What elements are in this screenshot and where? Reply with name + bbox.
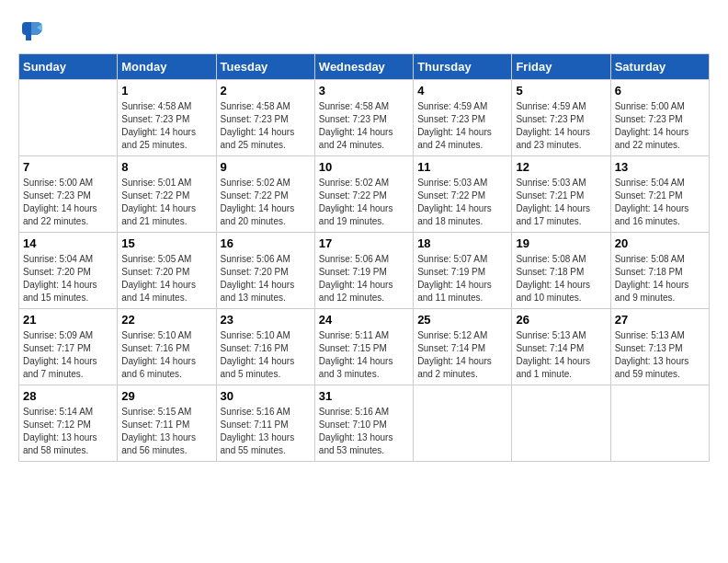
day-number: 4 <box>417 84 507 98</box>
day-info: Sunrise: 5:06 AMSunset: 7:19 PMDaylight:… <box>319 253 409 304</box>
calendar-cell <box>512 385 610 462</box>
day-number: 11 <box>417 160 507 174</box>
day-number: 23 <box>221 313 311 327</box>
day-info: Sunrise: 5:10 AMSunset: 7:16 PMDaylight:… <box>221 329 311 381</box>
day-info: Sunrise: 5:08 AMSunset: 7:18 PMDaylight:… <box>615 253 705 304</box>
day-info: Sunrise: 5:09 AMSunset: 7:17 PMDaylight:… <box>23 329 113 381</box>
calendar-cell: 15Sunrise: 5:05 AMSunset: 7:20 PMDayligh… <box>118 233 216 309</box>
calendar-cell: 25Sunrise: 5:12 AMSunset: 7:14 PMDayligh… <box>414 309 512 385</box>
day-number: 8 <box>121 160 211 174</box>
day-info: Sunrise: 5:08 AMSunset: 7:18 PMDaylight:… <box>516 253 606 304</box>
day-info: Sunrise: 4:58 AMSunset: 7:23 PMDaylight:… <box>121 100 211 152</box>
week-row-4: 21Sunrise: 5:09 AMSunset: 7:17 PMDayligh… <box>19 309 710 385</box>
day-info: Sunrise: 5:00 AMSunset: 7:23 PMDaylight:… <box>615 100 705 152</box>
day-info: Sunrise: 5:06 AMSunset: 7:20 PMDaylight:… <box>221 253 311 304</box>
day-number: 2 <box>221 84 311 98</box>
day-number: 17 <box>319 236 409 250</box>
calendar-cell: 6Sunrise: 5:00 AMSunset: 7:23 PMDaylight… <box>610 80 709 156</box>
day-number: 20 <box>615 236 705 250</box>
day-info: Sunrise: 5:02 AMSunset: 7:22 PMDaylight:… <box>319 177 409 228</box>
day-number: 1 <box>121 84 211 98</box>
day-number: 15 <box>121 236 211 250</box>
day-number: 31 <box>319 389 409 403</box>
calendar-cell: 26Sunrise: 5:13 AMSunset: 7:14 PMDayligh… <box>512 309 610 385</box>
day-number: 30 <box>221 389 311 403</box>
calendar-cell: 21Sunrise: 5:09 AMSunset: 7:17 PMDayligh… <box>19 309 118 385</box>
day-number: 18 <box>417 236 507 250</box>
day-info: Sunrise: 5:12 AMSunset: 7:14 PMDaylight:… <box>417 329 507 381</box>
day-info: Sunrise: 5:00 AMSunset: 7:23 PMDaylight:… <box>23 177 113 228</box>
day-number: 26 <box>516 313 606 327</box>
day-info: Sunrise: 5:16 AMSunset: 7:10 PMDaylight:… <box>319 406 409 457</box>
day-info: Sunrise: 5:14 AMSunset: 7:12 PMDaylight:… <box>23 406 113 457</box>
calendar-cell: 20Sunrise: 5:08 AMSunset: 7:18 PMDayligh… <box>610 233 709 309</box>
week-row-5: 28Sunrise: 5:14 AMSunset: 7:12 PMDayligh… <box>19 385 710 462</box>
day-number: 24 <box>319 313 409 327</box>
day-info: Sunrise: 5:03 AMSunset: 7:21 PMDaylight:… <box>516 177 606 228</box>
weekday-header-saturday: Saturday <box>610 54 709 80</box>
day-info: Sunrise: 4:58 AMSunset: 7:23 PMDaylight:… <box>319 100 409 152</box>
day-info: Sunrise: 4:58 AMSunset: 7:23 PMDaylight:… <box>221 100 311 152</box>
day-info: Sunrise: 5:02 AMSunset: 7:22 PMDaylight:… <box>221 177 311 228</box>
logo <box>18 18 48 44</box>
week-row-1: 1Sunrise: 4:58 AMSunset: 7:23 PMDaylight… <box>19 80 710 156</box>
calendar-cell: 10Sunrise: 5:02 AMSunset: 7:22 PMDayligh… <box>314 156 413 233</box>
day-info: Sunrise: 4:59 AMSunset: 7:23 PMDaylight:… <box>516 100 606 152</box>
day-number: 16 <box>221 236 311 250</box>
day-info: Sunrise: 5:16 AMSunset: 7:11 PMDaylight:… <box>221 406 311 457</box>
day-number: 22 <box>121 313 211 327</box>
day-number: 10 <box>319 160 409 174</box>
day-number: 7 <box>23 160 113 174</box>
day-info: Sunrise: 5:13 AMSunset: 7:13 PMDaylight:… <box>615 329 705 381</box>
calendar-cell: 14Sunrise: 5:04 AMSunset: 7:20 PMDayligh… <box>19 233 118 309</box>
weekday-header-sunday: Sunday <box>19 54 118 80</box>
weekday-header-monday: Monday <box>118 54 216 80</box>
calendar-cell: 5Sunrise: 4:59 AMSunset: 7:23 PMDaylight… <box>512 80 610 156</box>
calendar-cell: 12Sunrise: 5:03 AMSunset: 7:21 PMDayligh… <box>512 156 610 233</box>
calendar-cell: 9Sunrise: 5:02 AMSunset: 7:22 PMDaylight… <box>216 156 314 233</box>
day-number: 21 <box>23 313 113 327</box>
calendar-cell: 3Sunrise: 4:58 AMSunset: 7:23 PMDaylight… <box>314 80 413 156</box>
header <box>18 18 710 44</box>
weekday-header-wednesday: Wednesday <box>314 54 413 80</box>
calendar-cell: 11Sunrise: 5:03 AMSunset: 7:22 PMDayligh… <box>414 156 512 233</box>
calendar-cell: 2Sunrise: 4:58 AMSunset: 7:23 PMDaylight… <box>216 80 314 156</box>
calendar-cell <box>19 80 118 156</box>
week-row-3: 14Sunrise: 5:04 AMSunset: 7:20 PMDayligh… <box>19 233 710 309</box>
day-number: 29 <box>121 389 211 403</box>
day-number: 19 <box>516 236 606 250</box>
calendar-cell: 8Sunrise: 5:01 AMSunset: 7:22 PMDaylight… <box>118 156 216 233</box>
day-number: 28 <box>23 389 113 403</box>
calendar-cell <box>610 385 709 462</box>
calendar-cell: 27Sunrise: 5:13 AMSunset: 7:13 PMDayligh… <box>610 309 709 385</box>
calendar-cell: 18Sunrise: 5:07 AMSunset: 7:19 PMDayligh… <box>414 233 512 309</box>
calendar-cell: 19Sunrise: 5:08 AMSunset: 7:18 PMDayligh… <box>512 233 610 309</box>
calendar-cell: 29Sunrise: 5:15 AMSunset: 7:11 PMDayligh… <box>118 385 216 462</box>
calendar-cell: 22Sunrise: 5:10 AMSunset: 7:16 PMDayligh… <box>118 309 216 385</box>
day-info: Sunrise: 5:11 AMSunset: 7:15 PMDaylight:… <box>319 329 409 381</box>
day-info: Sunrise: 5:04 AMSunset: 7:21 PMDaylight:… <box>615 177 705 228</box>
calendar-cell: 13Sunrise: 5:04 AMSunset: 7:21 PMDayligh… <box>610 156 709 233</box>
weekday-header-row: SundayMondayTuesdayWednesdayThursdayFrid… <box>19 54 710 80</box>
calendar-cell: 23Sunrise: 5:10 AMSunset: 7:16 PMDayligh… <box>216 309 314 385</box>
calendar-cell: 7Sunrise: 5:00 AMSunset: 7:23 PMDaylight… <box>19 156 118 233</box>
day-info: Sunrise: 5:15 AMSunset: 7:11 PMDaylight:… <box>121 406 211 457</box>
day-number: 13 <box>615 160 705 174</box>
day-info: Sunrise: 5:13 AMSunset: 7:14 PMDaylight:… <box>516 329 606 381</box>
day-info: Sunrise: 5:03 AMSunset: 7:22 PMDaylight:… <box>417 177 507 228</box>
calendar-cell: 17Sunrise: 5:06 AMSunset: 7:19 PMDayligh… <box>314 233 413 309</box>
calendar-cell: 30Sunrise: 5:16 AMSunset: 7:11 PMDayligh… <box>216 385 314 462</box>
day-info: Sunrise: 5:10 AMSunset: 7:16 PMDaylight:… <box>121 329 211 381</box>
calendar-cell: 28Sunrise: 5:14 AMSunset: 7:12 PMDayligh… <box>19 385 118 462</box>
weekday-header-friday: Friday <box>512 54 610 80</box>
day-info: Sunrise: 5:05 AMSunset: 7:20 PMDaylight:… <box>121 253 211 304</box>
calendar-cell: 31Sunrise: 5:16 AMSunset: 7:10 PMDayligh… <box>314 385 413 462</box>
weekday-header-thursday: Thursday <box>414 54 512 80</box>
day-number: 27 <box>615 313 705 327</box>
weekday-header-tuesday: Tuesday <box>216 54 314 80</box>
logo-icon <box>18 18 44 44</box>
day-number: 6 <box>615 84 705 98</box>
day-number: 5 <box>516 84 606 98</box>
week-row-2: 7Sunrise: 5:00 AMSunset: 7:23 PMDaylight… <box>19 156 710 233</box>
calendar: SundayMondayTuesdayWednesdayThursdayFrid… <box>18 53 710 462</box>
